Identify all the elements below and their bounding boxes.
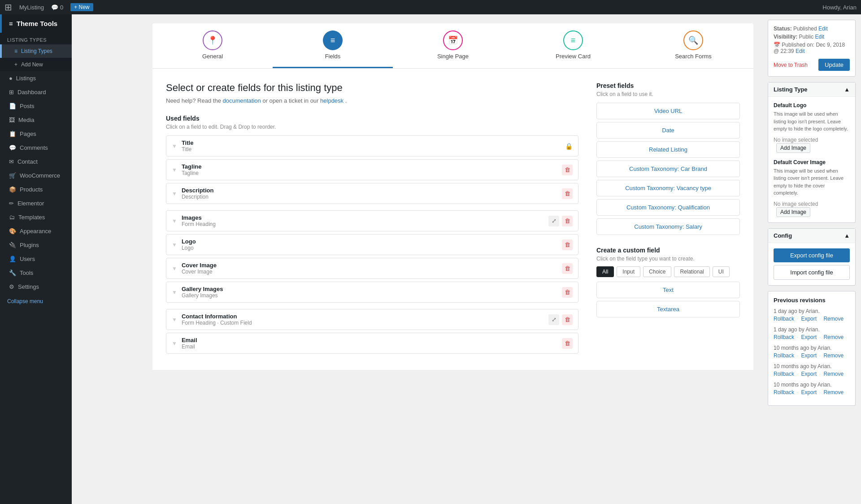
- delete-logo-button[interactable]: 🗑: [562, 239, 573, 250]
- delete-images-button[interactable]: 🗑: [562, 216, 573, 226]
- filter-tab-relational[interactable]: Relational: [674, 266, 709, 277]
- tab-fields[interactable]: ≡ Fields: [273, 23, 393, 68]
- remove-2[interactable]: Remove: [823, 334, 844, 340]
- revision-item-2: 1 day ago by Arian. Rollback · Export · …: [774, 326, 850, 340]
- admin-bar: ⊞ MyListing 💬 0 + New Howdy, Arian: [0, 0, 861, 14]
- export-4[interactable]: Export: [801, 371, 817, 377]
- status-edit-link[interactable]: Edit: [818, 26, 828, 32]
- preset-qualification[interactable]: Custom Taxonomy: Qualification: [596, 199, 740, 216]
- preset-car-brand[interactable]: Custom Taxonomy: Car Brand: [596, 161, 740, 177]
- comments-label: Comments: [20, 144, 48, 151]
- collapse-config-icon[interactable]: ▲: [844, 232, 850, 239]
- remove-1[interactable]: Remove: [823, 316, 844, 322]
- rollback-5[interactable]: Rollback: [774, 389, 794, 395]
- export-2[interactable]: Export: [801, 334, 817, 340]
- listing-type-section: Listing Type ▲ Default Logo This image w…: [768, 82, 856, 223]
- sidebar-item-woocommerce[interactable]: 🛒 WooCommerce: [0, 169, 72, 182]
- rollback-3[interactable]: Rollback: [774, 352, 794, 359]
- delete-cover-image-button[interactable]: 🗑: [562, 263, 573, 274]
- tab-single-page[interactable]: 📅 Single Page: [393, 23, 513, 68]
- field-email[interactable]: ▼ Email Email 🗑: [166, 333, 578, 354]
- field-gallery-images[interactable]: ▼ Gallery Images Gallery Images 🗑: [166, 282, 578, 303]
- custom-field-textarea[interactable]: Textarea: [596, 301, 740, 317]
- export-3[interactable]: Export: [801, 352, 817, 359]
- sidebar-item-media[interactable]: 🖼 Media: [0, 113, 72, 127]
- custom-field-text[interactable]: Text: [596, 282, 740, 298]
- helpdesk-link[interactable]: helpdesk: [320, 97, 344, 104]
- tab-search-forms[interactable]: 🔍 Search Forms: [633, 23, 753, 68]
- sidebar-item-comments[interactable]: 💬 Comments: [0, 141, 72, 155]
- sidebar-item-products[interactable]: 📦 Products: [0, 182, 72, 196]
- sidebar-item-templates[interactable]: 🗂 Templates: [0, 210, 72, 224]
- tab-preview-card[interactable]: ≡ Preview Card: [513, 23, 633, 68]
- sidebar-item-dashboard[interactable]: ⊞ Dashboard: [0, 85, 72, 99]
- rollback-2[interactable]: Rollback: [774, 334, 794, 340]
- sidebar-brand[interactable]: ≡ Theme Tools: [0, 14, 72, 33]
- move-images-button[interactable]: ⤢: [548, 216, 559, 226]
- delete-email-button[interactable]: 🗑: [562, 338, 573, 349]
- delete-tagline-button[interactable]: 🗑: [562, 165, 573, 175]
- appearance-icon: 🎨: [9, 228, 16, 235]
- section-title: Select or create fields for this listing…: [166, 82, 578, 94]
- filter-tab-input[interactable]: Input: [617, 266, 640, 277]
- sidebar-item-settings[interactable]: ⚙ Settings: [0, 280, 72, 294]
- update-button[interactable]: Update: [818, 59, 850, 71]
- sidebar-item-tools[interactable]: 🔧 Tools: [0, 266, 72, 280]
- remove-5[interactable]: Remove: [823, 389, 844, 395]
- sidebar-item-posts[interactable]: 📄 Posts: [0, 99, 72, 113]
- field-contact-information[interactable]: ▼ Contact Information Form Heading · Cus…: [166, 309, 578, 330]
- field-title[interactable]: ▼ Title Title 🔒: [166, 135, 578, 156]
- rollback-4[interactable]: Rollback: [774, 371, 794, 377]
- sidebar-item-users[interactable]: 👤 Users: [0, 252, 72, 266]
- sidebar-item-plugins[interactable]: 🔌 Plugins: [0, 238, 72, 252]
- export-1[interactable]: Export: [801, 316, 817, 322]
- comments-icon: 💬: [9, 144, 16, 151]
- sidebar-item-add-new[interactable]: + Add New: [0, 58, 72, 71]
- export-config-button[interactable]: Export config file: [774, 248, 850, 262]
- preset-date[interactable]: Date: [596, 122, 740, 139]
- remove-4[interactable]: Remove: [823, 371, 844, 377]
- preview-card-tab-icon: ≡: [563, 30, 583, 50]
- documentation-link[interactable]: documentation: [223, 97, 261, 104]
- sidebar-item-pages[interactable]: 📋 Pages: [0, 127, 72, 141]
- preset-vacancy-type[interactable]: Custom Taxonomy: Vacancy type: [596, 180, 740, 196]
- sidebar-item-listing-types[interactable]: ≡ Listing Types: [0, 44, 72, 58]
- published-edit-link[interactable]: Edit: [796, 48, 805, 54]
- search-forms-tab-icon: 🔍: [683, 30, 703, 50]
- field-logo[interactable]: ▼ Logo Logo 🗑: [166, 234, 578, 255]
- collapse-menu-button[interactable]: Collapse menu: [0, 294, 72, 309]
- add-new-label: Add New: [21, 61, 43, 68]
- site-name[interactable]: MyListing: [19, 4, 44, 11]
- move-contact-button[interactable]: ⤢: [548, 314, 559, 325]
- filter-tab-ui[interactable]: UI: [713, 266, 730, 277]
- filter-tab-all[interactable]: All: [596, 266, 614, 277]
- sidebar-item-contact[interactable]: ✉ Contact: [0, 155, 72, 169]
- preset-related-listing[interactable]: Related Listing: [596, 141, 740, 158]
- add-logo-button[interactable]: Add Image: [776, 143, 810, 153]
- delete-contact-button[interactable]: 🗑: [562, 314, 573, 325]
- remove-3[interactable]: Remove: [823, 352, 844, 359]
- field-description[interactable]: ▼ Description Description 🗑: [166, 183, 578, 204]
- field-cover-image[interactable]: ▼ Cover Image Cover Image 🗑: [166, 258, 578, 279]
- tab-general[interactable]: 📍 General: [152, 23, 273, 68]
- export-5[interactable]: Export: [801, 389, 817, 395]
- sidebar-item-elementor[interactable]: ✏ Elementor: [0, 196, 72, 210]
- preset-video-url[interactable]: Video URL: [596, 103, 740, 119]
- comments-link[interactable]: 💬 0: [51, 4, 63, 11]
- rollback-1[interactable]: Rollback: [774, 316, 794, 322]
- new-post-button[interactable]: + New: [70, 3, 93, 11]
- field-images[interactable]: ▼ Images Form Heading ⤢ 🗑: [166, 210, 578, 231]
- visibility-edit-link[interactable]: Edit: [815, 34, 825, 40]
- field-tagline[interactable]: ▼ Tagline Tagline 🗑: [166, 159, 578, 180]
- collapse-icon[interactable]: ▲: [844, 86, 850, 93]
- sidebar-item-appearance[interactable]: 🎨 Appearance: [0, 224, 72, 238]
- sidebar-item-listings[interactable]: ● Listings: [0, 71, 72, 85]
- import-config-button[interactable]: Import config file: [774, 265, 850, 280]
- filter-tab-choice[interactable]: Choice: [643, 266, 671, 277]
- wp-logo-icon[interactable]: ⊞: [4, 2, 12, 13]
- add-cover-button[interactable]: Add Image: [776, 207, 810, 217]
- delete-description-button[interactable]: 🗑: [562, 188, 573, 199]
- delete-gallery-button[interactable]: 🗑: [562, 287, 573, 298]
- move-to-trash-link[interactable]: Move to Trash: [774, 62, 808, 68]
- preset-salary[interactable]: Custom Taxonomy: Salary: [596, 218, 740, 235]
